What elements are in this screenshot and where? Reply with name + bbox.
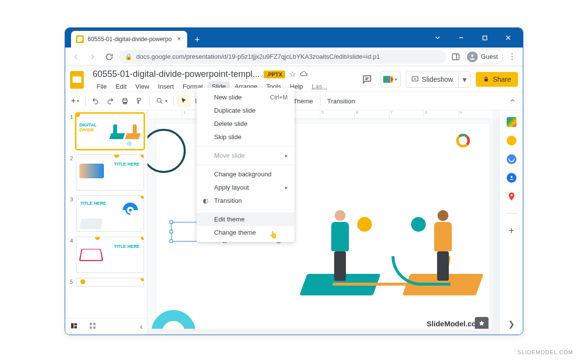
profile-button[interactable]: Guest <box>465 49 503 64</box>
addons-button[interactable]: + <box>509 225 514 237</box>
svg-rect-4 <box>484 79 488 81</box>
thumbnail-4[interactable]: 4 TITLE HERE <box>68 237 144 273</box>
thumbnail-5[interactable]: 5 <box>68 278 144 287</box>
window-dropdown-button[interactable] <box>427 30 448 45</box>
nav-back-button[interactable] <box>69 50 83 64</box>
document-title[interactable]: 60555-01-digital-divide-powerpoint-templ… <box>93 69 260 79</box>
side-panel: + ❯ <box>499 110 523 335</box>
thumbnail-3[interactable]: 3 TITLE HERE <box>68 195 144 232</box>
nav-reload-button[interactable] <box>102 50 116 64</box>
thumbnail-1[interactable]: 1 DIGITAL DIVIDE <box>68 113 144 149</box>
play-icon <box>411 75 419 83</box>
slide-illustration <box>303 168 480 300</box>
lock-icon: 🔒 <box>125 53 132 60</box>
thumbnail-2[interactable]: 2 TITLE HERE <box>68 154 144 191</box>
print-button[interactable] <box>118 95 132 107</box>
svg-rect-15 <box>90 326 92 329</box>
slideshow-label: Slideshow <box>422 75 453 83</box>
browser-tab[interactable]: 60555-01-digital-divide-powerpo × <box>71 31 187 48</box>
chrome-menu-button[interactable]: ⋮ <box>505 50 519 64</box>
mouse-cursor-icon: 👆 <box>269 231 277 239</box>
paint-format-button[interactable] <box>133 95 147 107</box>
undo-button[interactable] <box>89 95 102 107</box>
menu-view[interactable]: View <box>131 81 153 92</box>
svg-rect-14 <box>93 323 96 325</box>
zoom-tool[interactable]: ▾ <box>153 95 171 107</box>
menu-duplicate-slide[interactable]: Duplicate slide <box>196 104 294 117</box>
svg-rect-10 <box>71 323 74 328</box>
svg-point-8 <box>511 176 513 178</box>
transition-button[interactable]: Transition <box>323 96 359 107</box>
menu-delete-slide[interactable]: Delete slide <box>196 117 294 130</box>
svg-rect-11 <box>74 323 77 325</box>
menu-change-background[interactable]: Change background <box>196 168 294 181</box>
window-controls <box>427 30 521 45</box>
keep-icon[interactable] <box>507 136 516 146</box>
tab-title: 60555-01-digital-divide-powerpo <box>88 36 172 43</box>
nav-forward-button[interactable] <box>86 50 99 64</box>
new-slide-tool[interactable]: +▾ <box>68 95 82 107</box>
filmstrip-view-button[interactable] <box>70 322 78 332</box>
address-bar[interactable]: 🔒 docs.google.com/presentation/d/19-p5z1… <box>119 50 446 64</box>
svg-rect-12 <box>74 326 77 328</box>
tab-close-button[interactable]: × <box>175 36 182 43</box>
browser-window: 60555-01-digital-divide-powerpo × + 🔒 do… <box>65 27 523 335</box>
menu-edit[interactable]: Edit <box>112 81 130 92</box>
app-header: 60555-01-digital-divide-powerpoint-templ… <box>65 66 523 92</box>
svg-rect-0 <box>483 36 487 40</box>
menu-change-theme[interactable]: Change theme <box>196 226 294 239</box>
slideshow-button[interactable]: Slideshow <box>406 73 458 86</box>
window-titlebar: 60555-01-digital-divide-powerpo × + <box>65 28 523 48</box>
svg-point-5 <box>157 98 161 102</box>
calendar-icon[interactable] <box>507 117 516 127</box>
svg-rect-13 <box>90 323 92 325</box>
filmstrip-collapse-button[interactable]: ‹ <box>140 322 143 331</box>
grid-view-button[interactable] <box>89 322 97 332</box>
horizontal-scrollbar[interactable] <box>147 329 499 335</box>
svg-point-7 <box>129 209 132 212</box>
last-edit-link[interactable]: Las... <box>308 81 331 92</box>
menu-apply-layout[interactable]: Apply layout▸ <box>196 181 294 194</box>
menu-transition[interactable]: ◐Transition <box>196 194 294 207</box>
cloud-sync-icon[interactable] <box>300 71 308 78</box>
contacts-icon[interactable] <box>507 173 516 183</box>
avatar-icon <box>467 51 478 62</box>
menu-insert[interactable]: Insert <box>154 81 178 92</box>
svg-point-9 <box>510 194 512 196</box>
side-panel-icon[interactable] <box>449 50 463 64</box>
slide-context-menu: New slideCtrl+M Duplicate slide Delete s… <box>196 88 294 242</box>
menu-edit-theme[interactable]: Edit theme <box>196 213 294 226</box>
slide-watermark: SlideModel.com <box>427 319 483 328</box>
profile-label: Guest <box>481 53 498 60</box>
address-bar-row: 🔒 docs.google.com/presentation/d/19-p5z1… <box>65 48 523 66</box>
share-label: Share <box>493 75 511 83</box>
slideshow-dropdown[interactable]: ▾ <box>458 72 470 87</box>
slides-logo[interactable] <box>70 71 88 89</box>
maps-icon[interactable] <box>507 192 516 201</box>
tab-strip: 60555-01-digital-divide-powerpo × + <box>67 28 204 48</box>
hide-sidepanel-button[interactable]: ❯ <box>508 319 514 329</box>
menu-new-slide[interactable]: New slideCtrl+M <box>196 91 294 104</box>
share-button[interactable]: Share <box>476 72 518 87</box>
star-button[interactable]: ☆ <box>289 70 296 79</box>
window-close-button[interactable] <box>497 30 519 45</box>
menu-move-slide: Move slide▸ <box>196 149 294 162</box>
meet-button[interactable]: ▾ <box>380 72 401 87</box>
slideshow-button-group: Slideshow ▾ <box>406 72 471 88</box>
collapse-toolbar-button[interactable] <box>505 95 520 107</box>
window-maximize-button[interactable] <box>474 30 495 45</box>
redo-button[interactable] <box>103 95 117 107</box>
select-tool[interactable] <box>177 95 191 107</box>
meet-icon <box>383 76 393 83</box>
tasks-icon[interactable] <box>507 154 516 164</box>
filmstrip[interactable]: 1 DIGITAL DIVIDE <box>65 110 147 335</box>
svg-rect-16 <box>93 326 96 329</box>
transition-icon: ◐ <box>201 197 209 204</box>
window-minimize-button[interactable] <box>450 30 472 45</box>
vertical-scrollbar[interactable] <box>492 119 499 335</box>
new-tab-button[interactable]: + <box>190 33 204 47</box>
menu-skip-slide[interactable]: Skip slide <box>196 130 294 144</box>
menu-file[interactable]: File <box>93 81 111 92</box>
slides-favicon <box>76 35 84 43</box>
comments-button[interactable] <box>359 71 375 88</box>
